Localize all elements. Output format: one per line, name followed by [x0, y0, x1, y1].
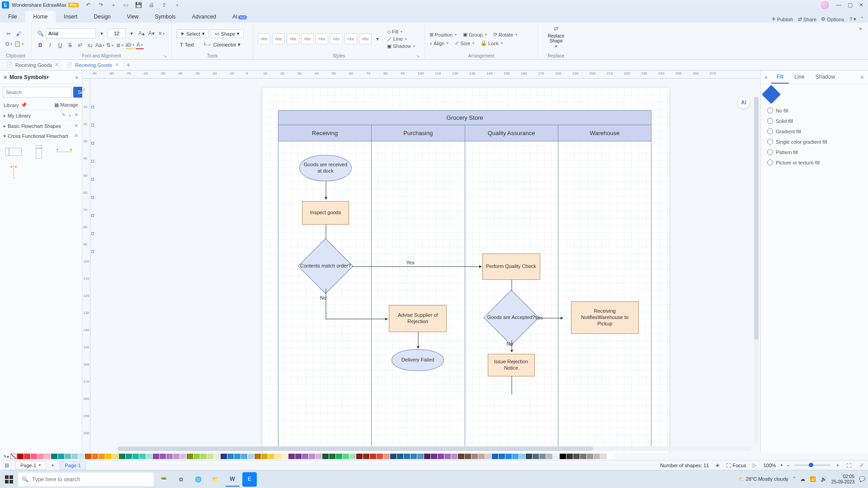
qat-more-icon[interactable]: [173, 1, 181, 9]
shape-tool[interactable]: ▭ Shape ▾: [211, 29, 244, 38]
opt-solid-fill[interactable]: Solid fill: [767, 118, 862, 124]
menu-insert[interactable]: Insert: [56, 11, 85, 23]
menu-view[interactable]: View: [119, 11, 147, 23]
case-icon[interactable]: Aa: [96, 41, 104, 49]
color-swatch[interactable]: [17, 454, 24, 459]
rotate-button[interactable]: ⟳ Rotate: [493, 32, 517, 38]
page-tab-selector[interactable]: Page-1 ▾: [15, 461, 46, 469]
color-swatch[interactable]: [594, 454, 600, 459]
eyedropper-icon[interactable]: ✎▾: [2, 453, 10, 460]
tab-fill[interactable]: Fill: [771, 71, 789, 84]
menu-file[interactable]: File: [0, 11, 25, 23]
node-contents-match[interactable]: Contents match order?: [298, 244, 353, 289]
style-swatch[interactable]: Abc: [272, 33, 285, 44]
task-view-icon[interactable]: ⧉: [174, 472, 188, 487]
selection-handle[interactable]: [91, 232, 94, 235]
color-swatch[interactable]: [472, 454, 478, 459]
doc-tab[interactable]: 📄 Receving Goods ✕: [3, 61, 62, 69]
horizontal-scrollbar[interactable]: [118, 446, 751, 451]
size-button[interactable]: ⤢ Size: [455, 40, 474, 46]
color-swatch[interactable]: [410, 454, 417, 459]
page-tab-active[interactable]: Page-1: [60, 461, 85, 469]
notifications-icon[interactable]: 💬: [859, 476, 865, 482]
launcher-icon[interactable]: ↘: [416, 54, 420, 58]
zoom-in-icon[interactable]: ＋: [835, 462, 840, 469]
clock[interactable]: 02:0525-09-2023: [831, 474, 854, 485]
color-swatch[interactable]: [78, 454, 85, 459]
color-swatch[interactable]: [404, 454, 410, 459]
color-swatch[interactable]: [390, 454, 396, 459]
font-size-drop-icon[interactable]: ▾: [127, 29, 136, 38]
color-swatch[interactable]: [512, 454, 519, 459]
color-swatch[interactable]: [546, 454, 552, 459]
node-quality-check[interactable]: Perform Quality Check: [482, 253, 540, 280]
increase-font-icon[interactable]: A▴: [137, 29, 146, 38]
color-swatch[interactable]: [566, 454, 573, 459]
swimlane-title[interactable]: Grocery Store: [278, 111, 651, 125]
color-swatch[interactable]: [288, 454, 295, 459]
position-button[interactable]: ⊞ Position: [429, 32, 457, 38]
color-swatch[interactable]: [573, 454, 580, 459]
color-swatch[interactable]: [241, 454, 247, 459]
task-word-icon[interactable]: W: [225, 472, 240, 487]
fullscreen-icon[interactable]: ⤢: [857, 461, 865, 469]
save-icon[interactable]: 💾: [135, 1, 143, 9]
export-icon[interactable]: ⇪: [160, 1, 168, 9]
color-swatch[interactable]: [71, 454, 78, 459]
color-swatch[interactable]: [580, 454, 586, 459]
add-lib-icon[interactable]: ＋: [67, 112, 72, 119]
tray-chevron-icon[interactable]: ˄: [793, 476, 796, 482]
align-text-icon[interactable]: ≡: [157, 29, 165, 38]
options-button[interactable]: ⚙ Options: [821, 16, 844, 22]
nofill-swatch[interactable]: [10, 454, 17, 459]
strike-icon[interactable]: S̶: [66, 41, 74, 49]
style-swatch[interactable]: Abc: [344, 33, 357, 44]
font-family-input[interactable]: [46, 28, 96, 38]
color-swatch[interactable]: [431, 454, 437, 459]
selection-handle[interactable]: [91, 106, 94, 108]
color-swatch[interactable]: [309, 454, 315, 459]
color-swatch[interactable]: [132, 454, 139, 459]
opt-no-fill[interactable]: No fill: [767, 108, 862, 113]
close-icon[interactable]: ✕: [859, 2, 863, 8]
connector-tool[interactable]: └→ Connector ▾: [199, 41, 245, 48]
color-swatch[interactable]: [363, 454, 369, 459]
lane-head[interactable]: Purchasing: [372, 125, 465, 141]
tray-volume-icon[interactable]: 🔊: [821, 476, 827, 482]
color-swatch[interactable]: [519, 454, 525, 459]
color-swatch[interactable]: [397, 454, 403, 459]
taskbar-search[interactable]: 🔍 Type here to search: [18, 473, 154, 486]
color-swatch[interactable]: [444, 454, 451, 459]
color-swatch[interactable]: [200, 454, 207, 459]
thumb-separator-v[interactable]: [5, 166, 23, 179]
undo-icon[interactable]: ↶: [84, 1, 92, 9]
color-swatch[interactable]: [607, 454, 613, 459]
color-swatch[interactable]: [214, 454, 220, 459]
selection-handle[interactable]: [91, 142, 94, 145]
lib-my-library[interactable]: ▸My Library ✎＋✕: [0, 110, 82, 121]
present-icon[interactable]: ▷: [750, 461, 759, 469]
node-inspect[interactable]: Inspect goods: [302, 201, 349, 225]
color-swatch[interactable]: [451, 454, 458, 459]
ai-assistant-icon[interactable]: AI: [738, 97, 750, 108]
task-explorer-icon[interactable]: 📁: [208, 472, 222, 487]
color-swatch[interactable]: [587, 454, 593, 459]
select-tool[interactable]: ➤ Select ▾: [176, 29, 209, 38]
print-icon[interactable]: 🖨: [147, 1, 156, 9]
manage-link[interactable]: ▦ Manage: [54, 102, 78, 108]
selection-handle[interactable]: [91, 124, 94, 127]
color-swatch[interactable]: [227, 454, 234, 459]
pin-icon[interactable]: 📌: [21, 102, 27, 108]
lane-head[interactable]: Warehouse: [558, 125, 651, 141]
italic-icon[interactable]: I: [46, 41, 54, 49]
selection-handle[interactable]: [91, 250, 94, 253]
lane-head[interactable]: Quality Assurance: [465, 125, 558, 141]
color-swatch[interactable]: [492, 454, 498, 459]
expand-panel-icon[interactable]: »: [761, 74, 771, 80]
color-swatch[interactable]: [424, 454, 430, 459]
menu-home[interactable]: Home: [25, 11, 56, 23]
color-swatch[interactable]: [377, 454, 383, 459]
color-swatch[interactable]: [261, 454, 268, 459]
launcher-icon[interactable]: ↘: [163, 54, 167, 58]
color-swatch[interactable]: [438, 454, 444, 459]
